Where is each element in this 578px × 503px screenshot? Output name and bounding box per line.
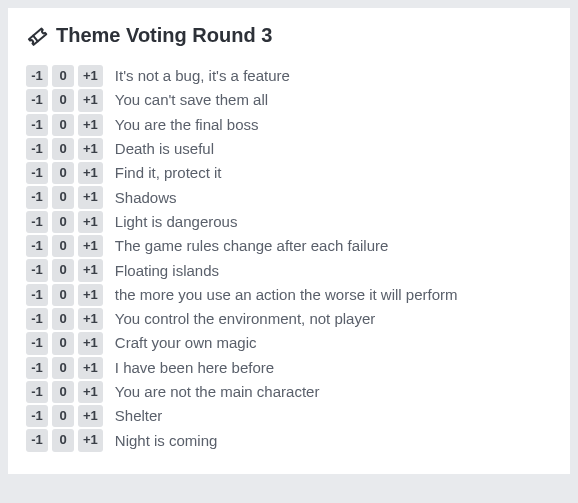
vote-button-group: -10+1: [26, 235, 103, 257]
vote-neutral-button[interactable]: 0: [52, 284, 74, 306]
vote-button-group: -10+1: [26, 357, 103, 379]
page-title: Theme Voting Round 3: [56, 24, 272, 47]
vote-up-button[interactable]: +1: [78, 308, 103, 330]
theme-row: -10+1You are the final boss: [26, 114, 552, 136]
vote-up-button[interactable]: +1: [78, 162, 103, 184]
vote-up-button[interactable]: +1: [78, 65, 103, 87]
vote-up-button[interactable]: +1: [78, 284, 103, 306]
vote-button-group: -10+1: [26, 405, 103, 427]
vote-up-button[interactable]: +1: [78, 357, 103, 379]
theme-row: -10+1Light is dangerous: [26, 211, 552, 233]
vote-down-button[interactable]: -1: [26, 89, 48, 111]
vote-down-button[interactable]: -1: [26, 114, 48, 136]
theme-row: -10+1Find it, protect it: [26, 162, 552, 184]
vote-up-button[interactable]: +1: [78, 259, 103, 281]
theme-row: -10+1Death is useful: [26, 138, 552, 160]
vote-down-button[interactable]: -1: [26, 211, 48, 233]
ticket-icon: [26, 25, 48, 47]
vote-button-group: -10+1: [26, 138, 103, 160]
vote-neutral-button[interactable]: 0: [52, 381, 74, 403]
theme-label: It's not a bug, it's a feature: [115, 67, 290, 85]
theme-list: -10+1It's not a bug, it's a feature-10+1…: [26, 65, 552, 452]
vote-down-button[interactable]: -1: [26, 381, 48, 403]
vote-neutral-button[interactable]: 0: [52, 308, 74, 330]
theme-label: You control the environment, not player: [115, 310, 375, 328]
vote-down-button[interactable]: -1: [26, 235, 48, 257]
theme-label: The game rules change after each failure: [115, 237, 389, 255]
vote-down-button[interactable]: -1: [26, 138, 48, 160]
vote-button-group: -10+1: [26, 284, 103, 306]
vote-up-button[interactable]: +1: [78, 211, 103, 233]
theme-row: -10+1It's not a bug, it's a feature: [26, 65, 552, 87]
vote-down-button[interactable]: -1: [26, 357, 48, 379]
vote-neutral-button[interactable]: 0: [52, 138, 74, 160]
theme-row: -10+1You can't save them all: [26, 89, 552, 111]
vote-up-button[interactable]: +1: [78, 405, 103, 427]
vote-button-group: -10+1: [26, 381, 103, 403]
vote-up-button[interactable]: +1: [78, 89, 103, 111]
vote-neutral-button[interactable]: 0: [52, 114, 74, 136]
svg-line-0: [33, 35, 38, 41]
vote-neutral-button[interactable]: 0: [52, 405, 74, 427]
vote-button-group: -10+1: [26, 332, 103, 354]
vote-up-button[interactable]: +1: [78, 429, 103, 451]
vote-up-button[interactable]: +1: [78, 114, 103, 136]
theme-label: Floating islands: [115, 262, 219, 280]
vote-neutral-button[interactable]: 0: [52, 332, 74, 354]
vote-button-group: -10+1: [26, 65, 103, 87]
vote-button-group: -10+1: [26, 211, 103, 233]
vote-neutral-button[interactable]: 0: [52, 162, 74, 184]
vote-button-group: -10+1: [26, 259, 103, 281]
theme-label: Night is coming: [115, 432, 218, 450]
theme-row: -10+1Craft your own magic: [26, 332, 552, 354]
theme-row: -10+1Shadows: [26, 186, 552, 208]
vote-down-button[interactable]: -1: [26, 162, 48, 184]
theme-label: Find it, protect it: [115, 164, 222, 182]
theme-label: I have been here before: [115, 359, 274, 377]
theme-row: -10+1The game rules change after each fa…: [26, 235, 552, 257]
vote-down-button[interactable]: -1: [26, 65, 48, 87]
vote-button-group: -10+1: [26, 186, 103, 208]
vote-neutral-button[interactable]: 0: [52, 211, 74, 233]
theme-label: You are the final boss: [115, 116, 259, 134]
vote-down-button[interactable]: -1: [26, 284, 48, 306]
theme-row: -10+1You control the environment, not pl…: [26, 308, 552, 330]
vote-neutral-button[interactable]: 0: [52, 186, 74, 208]
vote-neutral-button[interactable]: 0: [52, 429, 74, 451]
vote-down-button[interactable]: -1: [26, 186, 48, 208]
vote-button-group: -10+1: [26, 114, 103, 136]
theme-label: Light is dangerous: [115, 213, 238, 231]
vote-neutral-button[interactable]: 0: [52, 65, 74, 87]
vote-up-button[interactable]: +1: [78, 332, 103, 354]
vote-down-button[interactable]: -1: [26, 405, 48, 427]
theme-label: You are not the main character: [115, 383, 320, 401]
vote-button-group: -10+1: [26, 162, 103, 184]
vote-up-button[interactable]: +1: [78, 235, 103, 257]
theme-row: -10+1Floating islands: [26, 259, 552, 281]
theme-label: Craft your own magic: [115, 334, 257, 352]
vote-down-button[interactable]: -1: [26, 259, 48, 281]
theme-row: -10+1I have been here before: [26, 357, 552, 379]
vote-up-button[interactable]: +1: [78, 381, 103, 403]
vote-button-group: -10+1: [26, 89, 103, 111]
vote-down-button[interactable]: -1: [26, 308, 48, 330]
theme-label: You can't save them all: [115, 91, 268, 109]
theme-label: Death is useful: [115, 140, 214, 158]
vote-up-button[interactable]: +1: [78, 186, 103, 208]
vote-button-group: -10+1: [26, 429, 103, 451]
vote-down-button[interactable]: -1: [26, 332, 48, 354]
vote-up-button[interactable]: +1: [78, 138, 103, 160]
vote-down-button[interactable]: -1: [26, 429, 48, 451]
theme-label: Shelter: [115, 407, 163, 425]
theme-label: the more you use an action the worse it …: [115, 286, 458, 304]
vote-neutral-button[interactable]: 0: [52, 89, 74, 111]
vote-neutral-button[interactable]: 0: [52, 357, 74, 379]
vote-neutral-button[interactable]: 0: [52, 259, 74, 281]
voting-card: Theme Voting Round 3 -10+1It's not a bug…: [8, 8, 570, 474]
vote-neutral-button[interactable]: 0: [52, 235, 74, 257]
theme-row: -10+1Night is coming: [26, 429, 552, 451]
vote-button-group: -10+1: [26, 308, 103, 330]
theme-row: -10+1the more you use an action the wors…: [26, 284, 552, 306]
theme-row: -10+1You are not the main character: [26, 381, 552, 403]
card-header: Theme Voting Round 3: [26, 24, 552, 47]
